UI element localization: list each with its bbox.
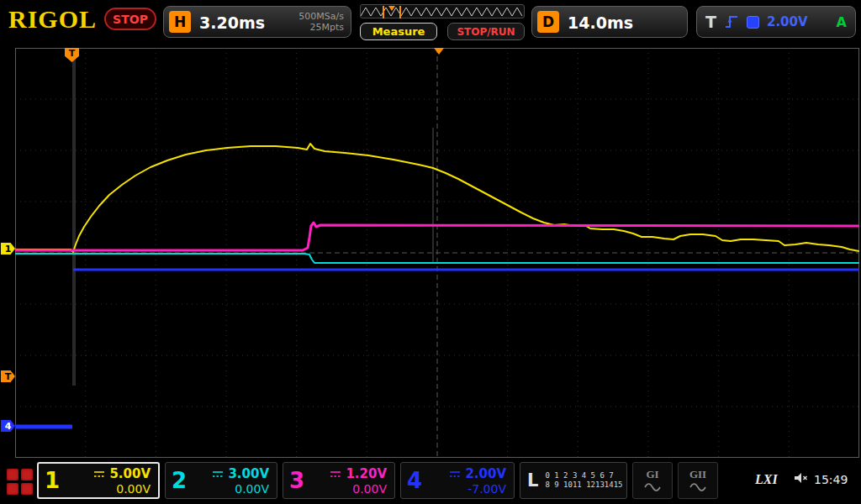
sine-wave-icon	[644, 481, 661, 493]
bottom-status-bar: 1 5.00V 0.00V 2	[0, 459, 861, 504]
ch1-position-marker[interactable]: 1	[1, 243, 15, 255]
menu-grid-icon	[21, 469, 33, 480]
logic-digits-row2: 8 9 1011 12131415	[545, 480, 622, 490]
memory-waveform-icon	[361, 5, 524, 19]
dc-coupling-icon	[330, 470, 341, 478]
generator1-label: GI	[646, 468, 658, 481]
channel4-scale: 2.00V	[465, 466, 506, 481]
channel3-scale: 1.20V	[346, 466, 387, 481]
speaker-muted-icon[interactable]	[794, 472, 809, 488]
run-state-badge: STOP	[104, 8, 156, 30]
stop-run-button[interactable]: STOP/RUN	[447, 23, 525, 40]
delay-key-icon[interactable]: D	[537, 11, 559, 33]
dc-coupling-icon	[449, 470, 461, 478]
generator2-label: GII	[689, 468, 706, 481]
memory-position-strip[interactable]	[360, 4, 525, 18]
waveform-display	[15, 48, 859, 458]
clock: 15:49	[814, 473, 848, 486]
channel1-number: 1	[39, 468, 66, 493]
channel2-number: 2	[166, 468, 193, 493]
channel4-values: 2.00V -7.00V	[428, 466, 514, 496]
channel1-status-box[interactable]: 1 5.00V 0.00V	[37, 462, 160, 499]
menu-grid-button[interactable]	[7, 469, 33, 495]
acquisition-info: 500MSa/s 25Mpts	[298, 11, 344, 33]
channel2-values: 3.00V 0.00V	[193, 466, 277, 496]
logic-analyzer-box[interactable]: L 0 1 2 3 4 5 6 7 8 9 1011 12131415	[520, 462, 627, 499]
trigger-level-value: 2.00V	[767, 14, 808, 29]
channel3-offset: 0.00V	[352, 482, 387, 496]
logic-label: L	[527, 470, 538, 491]
top-status-bar: RIGOL STOP H 3.20ms 500MSa/s 25Mpts Meas…	[0, 0, 861, 47]
channel3-number: 3	[283, 468, 310, 493]
timebase-value: 3.20ms	[199, 13, 265, 32]
horizontal-settings-box[interactable]: H 3.20ms 500MSa/s 25Mpts	[163, 6, 351, 38]
measure-button[interactable]: Measure	[360, 23, 437, 40]
logic-digits-row1: 0 1 2 3 4 5 6 7	[545, 471, 622, 480]
channel3-values: 1.20V 0.00V	[310, 466, 394, 496]
waveform-ch2	[15, 254, 859, 263]
menu-grid-icon	[21, 483, 33, 495]
channel1-offset: 0.00V	[116, 482, 151, 496]
menu-grid-icon	[7, 469, 18, 480]
trigger-settings-box[interactable]: T 2.00V A	[696, 6, 856, 38]
generator2-button[interactable]: GII	[678, 462, 718, 499]
logic-channel-digits: 0 1 2 3 4 5 6 7 8 9 1011 12131415	[545, 471, 622, 490]
generator1-button[interactable]: GI	[632, 462, 673, 499]
horizontal-key-icon[interactable]: H	[169, 11, 191, 33]
channel1-values: 5.00V 0.00V	[66, 466, 158, 496]
sine-wave-icon	[689, 481, 706, 493]
channel4-status-box[interactable]: 4 2.00V -7.00V	[400, 462, 515, 499]
channel1-scale: 5.00V	[109, 466, 151, 481]
delay-settings-box[interactable]: D 14.0ms	[531, 6, 688, 38]
dc-coupling-icon	[93, 470, 105, 478]
channel4-number: 4	[401, 468, 428, 493]
delay-value: 14.0ms	[568, 13, 633, 32]
menu-grid-icon	[7, 483, 18, 495]
trigger-mode-indicator: A	[837, 14, 847, 30]
ch4-position-marker[interactable]: 4	[1, 420, 15, 432]
oscilloscope-screen: RIGOL STOP H 3.20ms 500MSa/s 25Mpts Meas…	[0, 0, 861, 504]
sample-rate: 500MSa/s	[298, 11, 344, 22]
channel4-offset: -7.00V	[467, 482, 506, 496]
dc-coupling-icon	[212, 470, 224, 478]
channel2-status-box[interactable]: 2 3.00V 0.00V	[165, 462, 277, 499]
trigger-slope-icon	[724, 14, 739, 29]
trigger-source-icon	[747, 16, 759, 29]
channel3-status-box[interactable]: 3 1.20V 0.00V	[283, 462, 395, 499]
trigger-label: T	[705, 13, 716, 31]
waveform-ch1	[15, 144, 859, 252]
rigol-logo: RIGOL	[8, 5, 97, 34]
channel2-scale: 3.00V	[228, 466, 269, 481]
delay-position-icon	[434, 48, 444, 55]
waveform-traces	[15, 48, 859, 458]
lxi-logo: LXI	[755, 472, 778, 487]
trigger-level-marker[interactable]: T	[1, 370, 15, 382]
channel2-offset: 0.00V	[235, 482, 269, 496]
waveform-ch3	[15, 223, 859, 250]
memory-depth: 25Mpts	[298, 22, 344, 33]
